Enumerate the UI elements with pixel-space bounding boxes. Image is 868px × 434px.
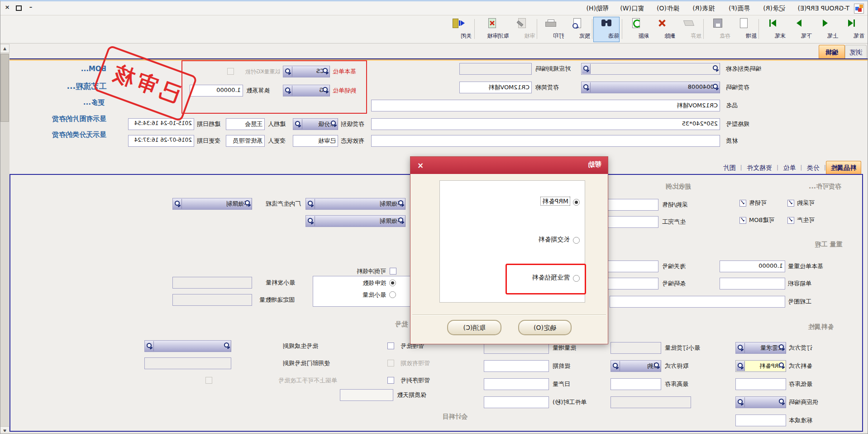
min-order-batch-input	[610, 342, 661, 354]
lookup-icon[interactable]	[736, 361, 745, 371]
dialog-titlebar[interactable]: 帮助 ×	[410, 157, 608, 174]
status-value: 已审核	[293, 135, 338, 147]
tab-browse[interactable]: 浏览	[845, 45, 867, 59]
dialog-close-icon[interactable]: ×	[415, 160, 426, 171]
lookup-icon[interactable]	[284, 86, 292, 96]
box-volume-input[interactable]	[720, 278, 785, 289]
shelf-days-input[interactable]	[340, 389, 393, 401]
manage-serial-checkbox[interactable]	[387, 377, 394, 384]
restore-button[interactable]	[15, 4, 23, 12]
menu-item-record[interactable]: 记录(R)	[761, 4, 787, 13]
lookup-icon[interactable]	[306, 216, 315, 226]
lookup-icon[interactable]	[306, 199, 315, 209]
lookup-icon[interactable]	[611, 361, 620, 371]
item-code-input[interactable]: 40040008	[581, 82, 720, 93]
toolbar-cancel-audit-button[interactable]: 取消审核	[476, 17, 509, 42]
toolbar-discard-button[interactable]: 放弃	[676, 17, 702, 42]
prep-mode-input[interactable]: MRP备料	[735, 360, 786, 372]
product-name-input[interactable]: CR12MOV辅料	[371, 100, 720, 111]
acquire-mode-input[interactable]: 采购	[610, 360, 661, 372]
pay-by-weight-checkbox[interactable]	[227, 68, 234, 75]
menu-item-view[interactable]: 界面(F)	[727, 4, 752, 13]
toolbar-next-button[interactable]: 下笔	[786, 17, 812, 42]
toolbar-delete-button[interactable]: 删除	[649, 17, 676, 42]
min-batch-radio[interactable]	[389, 291, 396, 298]
bomable-checkbox[interactable]	[739, 217, 746, 224]
base-unit-input[interactable]: PCS	[283, 66, 330, 77]
toolbar-refresh-button[interactable]: 刷新	[623, 17, 649, 42]
sellable-checkbox[interactable]	[739, 200, 746, 207]
tab-unit[interactable]: 单位	[778, 161, 800, 174]
menu-item-report[interactable]: 报表(R)	[691, 4, 716, 13]
menu-item-action[interactable]: 操作(O)	[655, 4, 681, 13]
toolbar-last-button[interactable]: 末笔	[760, 17, 786, 42]
ok-button[interactable]: 确定(O)	[518, 320, 572, 335]
lead-time-input[interactable]	[484, 360, 549, 372]
vertical-scrollbar[interactable]: ▲ ▼	[0, 44, 10, 434]
tab-qualification[interactable]: 资格文件	[742, 161, 777, 174]
base-weight-input[interactable]: 1.00000	[720, 260, 785, 272]
code-category-input[interactable]	[581, 63, 720, 75]
std-cost-input[interactable]	[735, 415, 786, 426]
long-lead-prep-radio[interactable]	[573, 237, 580, 244]
purchasable-checkbox[interactable]	[787, 200, 794, 207]
min-stock-input[interactable]	[735, 378, 786, 390]
toolbar-close-button[interactable]: 关闭	[446, 17, 472, 42]
cancel-button[interactable]: 取消(C)	[447, 320, 501, 335]
lookup-icon[interactable]	[736, 343, 745, 353]
toolbar-print-button[interactable]: 打印	[538, 17, 564, 42]
link-show-unclassified[interactable]: 显示无分类的存货	[52, 130, 106, 139]
factory-flow-input[interactable]: 不做限制	[172, 198, 252, 210]
menu-item-erp[interactable]: T-GROUP ERP(E)	[796, 4, 851, 13]
scroll-up-icon[interactable]: ▲	[0, 44, 10, 53]
toolbar-save-button[interactable]: 存盘	[705, 17, 731, 42]
lookup-icon[interactable]	[173, 199, 182, 209]
short-name-input[interactable]: CR12MOV辅料	[459, 82, 532, 93]
menu-item-help[interactable]: 帮助(H)	[585, 4, 610, 13]
scrollbar-thumb[interactable]	[0, 54, 9, 122]
backflush-checkbox[interactable]	[390, 268, 396, 275]
spec-input[interactable]: 250*240*35	[371, 118, 720, 130]
lookup-icon[interactable]	[582, 82, 591, 92]
sales-unit-input[interactable]: KG	[283, 85, 330, 96]
daily-output-input[interactable]	[484, 378, 549, 390]
lookup-icon[interactable]	[284, 67, 292, 77]
link-show-with-image[interactable]: 显示有图片的存货	[52, 115, 106, 123]
flow-input-3[interactable]: 不做限制	[305, 215, 405, 227]
minimize-button[interactable]: –	[27, 4, 35, 12]
supplier-name-display	[610, 396, 691, 408]
menu-item-window[interactable]: 窗口(W)	[618, 4, 646, 13]
lookup-icon[interactable]	[145, 341, 154, 351]
flow-input-2[interactable]: 不做限制	[305, 198, 405, 210]
lookup-icon[interactable]	[294, 119, 302, 129]
tab-item-properties[interactable]: 料品属性	[826, 161, 861, 174]
batch-rule-input[interactable]	[144, 340, 231, 352]
rule-code-input[interactable]	[459, 63, 532, 75]
mrp-prep-radio[interactable]	[573, 199, 580, 206]
modify-date-label: 变更日期	[197, 135, 223, 147]
close-button[interactable]: ×	[3, 4, 11, 12]
tab-edit[interactable]: 编辑	[819, 45, 845, 59]
supplier-code-input[interactable]	[735, 396, 786, 408]
unit-seconds-input[interactable]	[484, 396, 549, 408]
ratio-input[interactable]: 1.00000	[190, 85, 243, 96]
link-more[interactable]: 更多...	[83, 98, 105, 107]
toolbar-first-button[interactable]: 首笔	[839, 17, 865, 42]
manage-batch-checkbox[interactable]	[387, 342, 394, 349]
order-mode-input[interactable]: 按需求量	[735, 342, 786, 354]
level-input[interactable]: 未分级	[293, 118, 338, 130]
material-input[interactable]	[371, 135, 720, 147]
drawing-no-input[interactable]	[610, 296, 785, 308]
issue-by-request-radio[interactable]	[389, 280, 396, 286]
tab-classification[interactable]: 分类	[802, 161, 824, 174]
toolbar-new-button[interactable]: 新增	[731, 17, 757, 42]
lookup-icon[interactable]	[582, 64, 591, 74]
tab-image[interactable]: 图片	[718, 161, 740, 174]
max-stock-input[interactable]	[610, 378, 661, 390]
toolbar-preview-button[interactable]: 预览	[564, 17, 591, 42]
toolbar-filter-button[interactable]: 筛选	[593, 17, 620, 42]
producible-checkbox[interactable]	[787, 217, 794, 224]
toolbar-audit-button[interactable]: 审核	[509, 17, 535, 42]
toolbar-prev-button[interactable]: 上笔	[812, 17, 839, 42]
lookup-icon[interactable]	[736, 397, 745, 407]
